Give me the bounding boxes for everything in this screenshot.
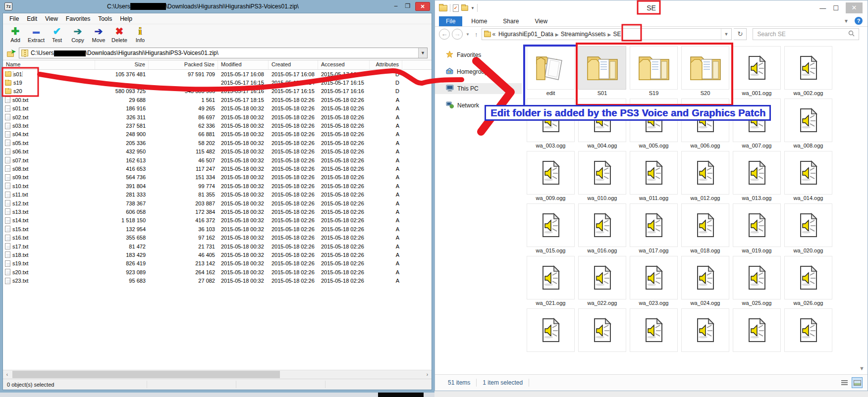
audio-file-item-wa_016.ogg[interactable]: wa_016.ogg	[578, 203, 626, 254]
audio-file-icon[interactable]	[733, 46, 781, 90]
audio-file-item-wa_023.ogg[interactable]: wa_023.ogg	[630, 256, 678, 306]
back-button[interactable]: ←	[439, 29, 450, 40]
audio-file-item-wa_022.ogg[interactable]: wa_022.ogg	[578, 256, 626, 306]
audio-file-icon[interactable]	[784, 203, 832, 247]
search-icon[interactable]	[848, 30, 855, 38]
column-header-size[interactable]: Size	[95, 60, 149, 69]
audio-file-icon[interactable]	[527, 203, 575, 247]
tab-view[interactable]: View	[528, 16, 554, 26]
column-header-name[interactable]: Name	[3, 60, 95, 69]
audio-file-item-wa_010.ogg[interactable]: wa_010.ogg	[578, 151, 626, 201]
folder-icon[interactable]	[578, 46, 626, 90]
sidebar-item-favorites[interactable]: Favorites	[435, 50, 522, 60]
audio-file-icon[interactable]	[784, 256, 832, 299]
file-row[interactable]: s12.txt738 367203 8872015-05-18 00:32201…	[3, 199, 432, 207]
info-button[interactable]: iInfo	[131, 25, 150, 43]
new-folder-icon[interactable]	[461, 5, 468, 11]
audio-file-icon[interactable]	[784, 308, 832, 352]
audio-file-item-wa_017.ogg[interactable]: wa_017.ogg	[630, 203, 678, 254]
file-row[interactable]: s23.txt95 68327 0822015-05-18 00:322015-…	[3, 276, 432, 285]
address-bar[interactable]: « HigurashiEp01_Data▶StreamingAssets▶SE …	[482, 28, 732, 40]
folder-item-s20[interactable]: S20	[681, 46, 729, 97]
sidebar-item-homegroup[interactable]: Homegroup	[435, 66, 522, 77]
chevron-down-icon[interactable]: ▼	[471, 6, 475, 10]
audio-file-icon[interactable]	[527, 151, 575, 195]
audio-file-item-wa_011.ogg[interactable]: wa_011.ogg	[630, 151, 678, 201]
audio-file-icon[interactable]	[784, 151, 832, 195]
folder-item-s01[interactable]: S01	[578, 46, 626, 97]
audio-file-icon[interactable]	[578, 256, 626, 299]
audio-file-icon[interactable]	[630, 308, 678, 352]
close-button[interactable]: ✕	[415, 2, 430, 11]
scrollbar-thumb[interactable]	[12, 371, 280, 378]
7zip-address-box[interactable]: C:\Users\Downloads\Higurashi\HigurashiPS…	[19, 48, 428, 58]
minimize-button[interactable]: —	[819, 4, 826, 12]
audio-file-icon[interactable]	[733, 308, 781, 352]
explorer-titlebar[interactable]: ▼ SE — ☐ ✕	[435, 0, 868, 15]
file-row[interactable]: s20.txt923 089264 1622015-05-18 00:32201…	[3, 268, 432, 276]
file-row[interactable]: s192015-05-17 16:152015-05-17 16:142015-…	[3, 78, 432, 87]
audio-file-icon[interactable]	[784, 46, 832, 90]
audio-file-item-wa_015.ogg[interactable]: wa_015.ogg	[527, 203, 575, 254]
audio-file-icon[interactable]	[681, 308, 729, 352]
open-folder-icon[interactable]	[527, 46, 575, 90]
test-button[interactable]: ✔Test	[48, 25, 66, 43]
audio-file-item-wa_008.ogg[interactable]: wa_008.ogg	[784, 99, 832, 149]
file-row[interactable]: s20580 093 725543 383 9662015-05-17 16:1…	[3, 87, 432, 96]
file-row[interactable]: s03.txt237 58162 3362015-05-18 00:322015…	[3, 121, 432, 130]
search-box[interactable]: Search SE	[753, 28, 859, 40]
close-button[interactable]: ✕	[846, 2, 863, 13]
maximize-button[interactable]: ☐	[833, 4, 839, 12]
scroll-right-icon[interactable]: ›	[423, 372, 432, 377]
breadcrumb-item-streamingassets[interactable]: StreamingAssets	[559, 31, 608, 38]
audio-file-item-wa_018.ogg[interactable]: wa_018.ogg	[681, 203, 729, 254]
move-button[interactable]: ➔Move	[89, 25, 108, 43]
file-row[interactable]: s08.txt416 653117 2472015-05-18 00:32201…	[3, 164, 432, 173]
audio-file-item-wa_001.ogg[interactable]: wa_001.ogg	[733, 46, 781, 97]
audio-file-item-wa_020.ogg[interactable]: wa_020.ogg	[784, 203, 832, 254]
address-dropdown-icon[interactable]: ▼	[418, 48, 427, 58]
audio-file-item-wa_025.ogg[interactable]: wa_025.ogg	[733, 256, 781, 306]
file-row[interactable]: s16.txt355 65897 1622015-05-18 00:322015…	[3, 233, 432, 242]
menu-item-view[interactable]: View	[42, 14, 61, 23]
file-row[interactable]: s18.txt183 42946 4052015-05-18 00:322015…	[3, 250, 432, 259]
column-header-packed-size[interactable]: Packed Size	[149, 60, 218, 69]
file-row[interactable]: s07.txt162 61346 5072015-05-18 00:322015…	[3, 156, 432, 164]
audio-file-item-wa_009.ogg[interactable]: wa_009.ogg	[527, 151, 575, 201]
audio-file-icon[interactable]	[784, 99, 832, 142]
audio-file-icon[interactable]	[578, 308, 626, 352]
tab-home[interactable]: Home	[464, 16, 494, 26]
help-icon[interactable]: ?	[855, 17, 863, 25]
column-header-accessed[interactable]: Accessed	[318, 60, 370, 69]
up-button[interactable]: ↑	[473, 31, 480, 38]
extract-button[interactable]: ▬Extract	[27, 25, 46, 43]
audio-file-item-wa_024.ogg[interactable]: wa_024.ogg	[681, 256, 729, 306]
column-header-attributes[interactable]: Attributes	[370, 60, 402, 69]
file-row[interactable]: s04.txt248 90066 8812015-05-18 00:322015…	[3, 130, 432, 139]
minimize-button[interactable]: –	[391, 2, 400, 10]
forward-button[interactable]: →	[452, 29, 463, 40]
audio-file-icon[interactable]	[681, 203, 729, 247]
properties-icon[interactable]	[453, 4, 459, 12]
audio-file-icon[interactable]	[527, 256, 575, 299]
copy-button[interactable]: ➔Copy	[68, 25, 87, 43]
audio-file-item-wa_002.ogg[interactable]: wa_002.ogg	[784, 46, 832, 97]
menu-item-edit[interactable]: Edit	[23, 14, 41, 23]
audio-file-item-wa_026.ogg[interactable]: wa_026.ogg	[784, 256, 832, 306]
file-row[interactable]: s11.txt281 33381 3552015-05-18 00:322015…	[3, 190, 432, 198]
ribbon-collapse-icon[interactable]: ▼	[844, 18, 849, 24]
breadcrumb-item-higurashiep01_data[interactable]: HigurashiEp01_Data	[496, 31, 555, 38]
audio-file-icon[interactable]	[733, 203, 781, 247]
audio-file-item-wa_021.ogg[interactable]: wa_021.ogg	[527, 256, 575, 306]
audio-file-icon[interactable]	[733, 256, 781, 299]
file-row[interactable]: s10.txt391 80499 7742015-05-18 00:322015…	[3, 182, 432, 190]
audio-file-icon[interactable]	[681, 151, 729, 195]
add-button[interactable]: ✚Add	[6, 25, 25, 43]
audio-file-icon[interactable]	[630, 151, 678, 195]
audio-file-item[interactable]	[630, 308, 678, 359]
folder-icon[interactable]	[681, 46, 729, 90]
tab-file[interactable]: File	[439, 16, 462, 26]
column-header-modified[interactable]: Modified	[218, 60, 269, 69]
7zip-titlebar[interactable]: 7z C:\Users\Downloads\Higurashi\Higurash…	[2, 0, 432, 13]
folder-item-s19[interactable]: S19	[630, 46, 678, 97]
